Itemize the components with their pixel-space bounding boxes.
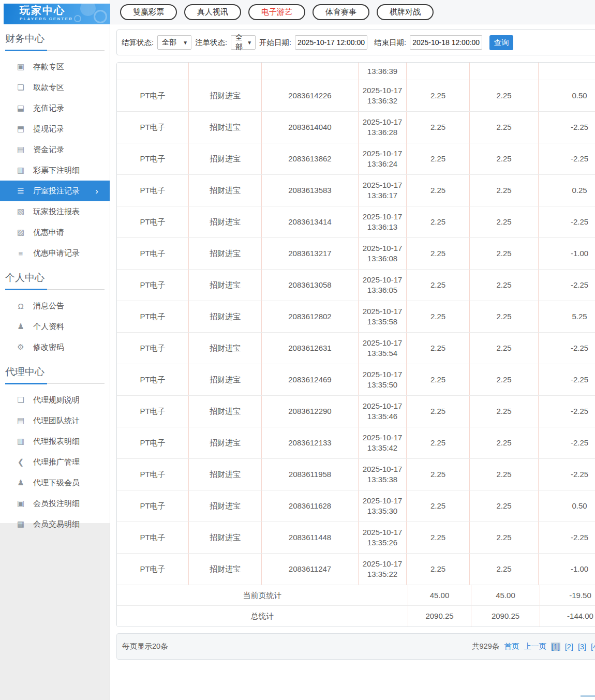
cell-bet: 2.25 <box>407 143 470 174</box>
sidebar-item-list: ❏代理规则说明▤代理团队统计▥代理报表明细❮代理推广管理♟代理下级会员▣会员投注… <box>0 390 110 534</box>
cell-hall: PT电子 <box>117 554 189 585</box>
sidebar-sections: 财务中心▣存款专区❏取款专区⬓充值记录⬒提现记录▤资金记录▥彩票下注明细☰厅室投… <box>0 32 110 534</box>
chevron-down-icon: ▼ <box>180 40 188 46</box>
sidebar-item-优惠申请[interactable]: ▨优惠申请 <box>0 222 110 243</box>
cell-order: 2083613583 <box>262 175 359 206</box>
settle-status-value: 全部 <box>162 38 176 47</box>
cell-win_loss: -1.00 <box>539 238 595 269</box>
cell-time: 2025-10-17 13:35:22 <box>359 554 407 585</box>
nav-tab-雙赢彩票[interactable]: 雙赢彩票 <box>120 4 177 20</box>
cell-time: 2025-10-17 13:35:42 <box>359 427 407 458</box>
cell-win_loss: 0.50 <box>539 490 595 522</box>
cell-hall: PT电子 <box>117 301 189 332</box>
settle-status-select[interactable]: 全部 ▼ <box>157 35 191 50</box>
cell-game: 招财进宝 <box>189 522 262 553</box>
end-date-input[interactable] <box>410 35 482 50</box>
cell-win_loss: -2.25 <box>539 143 595 174</box>
cell-order: 2083612802 <box>262 301 359 332</box>
cell-game: 招财进宝 <box>189 459 262 490</box>
cell-bet: 2.25 <box>407 175 470 206</box>
nav-tab-真人视讯[interactable]: 真人视讯 <box>184 4 241 20</box>
sidebar-item-label: 存款专区 <box>33 62 64 72</box>
cell-game: 招财进宝 <box>189 175 262 206</box>
sidebar-item-修改密码[interactable]: ⚙修改密码 <box>0 337 110 358</box>
nav-tab-体育赛事[interactable]: 体育赛事 <box>313 4 369 20</box>
cell-hall: PT电子 <box>117 333 189 364</box>
sidebar-item-玩家投注报表[interactable]: ▧玩家投注报表 <box>0 201 110 222</box>
sidebar-item-代理推广管理[interactable]: ❮代理推广管理 <box>0 452 110 472</box>
sidebar-item-代理团队统计[interactable]: ▤代理团队统计 <box>0 410 110 431</box>
prev-page-link[interactable]: 上一页 <box>524 642 546 651</box>
summary-valid: 2090.25 <box>471 606 540 627</box>
cell-win_loss: 0.50 <box>539 80 595 111</box>
cell-win_loss: -2.25 <box>539 206 595 237</box>
page-number-link[interactable]: [4] <box>591 643 595 651</box>
sidebar-item-会员投注明细[interactable]: ▣会员投注明细 <box>0 493 110 514</box>
cell-hall: PT电子 <box>117 143 189 174</box>
table-row: PT电子招财进宝20836121332025-10-17 13:35:422.2… <box>117 427 595 459</box>
cell-hall: PT电子 <box>117 364 189 395</box>
cell-valid: 2.25 <box>470 206 539 237</box>
withdraw-icon: ❏ <box>16 83 25 92</box>
cell-order: 2083611958 <box>262 459 359 490</box>
sidebar-item-label: 代理下级会员 <box>33 478 80 488</box>
sidebar-item-代理下级会员[interactable]: ♟代理下级会员 <box>0 472 110 493</box>
cell-order: 2083611448 <box>262 522 359 553</box>
sidebar-item-label: 取款专区 <box>33 83 64 93</box>
cell-time: 2025-10-17 13:36:32 <box>359 80 407 111</box>
table-row: PT电子招财进宝20836140402025-10-17 13:36:282.2… <box>117 112 595 143</box>
table-row: PT电子招财进宝20836119582025-10-17 13:35:382.2… <box>117 459 595 490</box>
app-logo: 玩家中心 PLAYERS CENTER <box>4 4 110 24</box>
page-number-link[interactable]: [1] <box>551 643 560 651</box>
gear-icon: ⚙ <box>16 342 25 352</box>
page-number-link[interactable]: [3] <box>578 643 586 651</box>
sidebar-item-取款专区[interactable]: ❏取款专区 <box>0 77 110 98</box>
sidebar-item-会员交易明细[interactable]: ▦会员交易明细 <box>0 514 110 534</box>
cell-win_loss: -2.25 <box>539 396 595 427</box>
order-status-select[interactable]: 全部 ▼ <box>231 35 256 50</box>
cell-bet: 2.25 <box>407 427 470 458</box>
first-page-link[interactable]: 首页 <box>504 642 519 651</box>
cell-order: 2083612290 <box>262 396 359 427</box>
section-title: 个人中心 <box>5 271 105 290</box>
page-number-link[interactable]: [2] <box>565 643 573 651</box>
cell-valid: 2.25 <box>470 554 539 585</box>
sidebar-item-label: 资金记录 <box>33 145 64 155</box>
cell-game: 招财进宝 <box>189 206 262 237</box>
search-button[interactable]: 查询 <box>489 35 513 50</box>
cell-empty <box>470 63 539 80</box>
sidebar-item-代理报表明细[interactable]: ▥代理报表明细 <box>0 431 110 452</box>
cell-empty <box>407 63 470 80</box>
sidebar-item-提现记录[interactable]: ⬒提现记录 <box>0 118 110 139</box>
section-title: 财务中心 <box>5 32 105 51</box>
sidebar-item-个人资料[interactable]: ♟个人资料 <box>0 316 110 337</box>
cell-bet: 2.25 <box>407 522 470 553</box>
cell-win_loss: -2.25 <box>539 522 595 553</box>
sidebar-item-label: 消息公告 <box>33 301 64 311</box>
sidebar-item-优惠申请记录[interactable]: ≡优惠申请记录 <box>0 243 110 263</box>
sidebar-item-存款专区[interactable]: ▣存款专区 <box>0 56 110 77</box>
cell-valid: 2.25 <box>470 522 539 553</box>
cell-bet: 2.25 <box>407 80 470 111</box>
cell-valid: 2.25 <box>470 301 539 332</box>
summary-row: 当前页统计45.0045.00-19.50 <box>117 585 595 606</box>
member-trade-detail-icon: ▦ <box>16 519 25 529</box>
start-date-input[interactable] <box>295 35 367 50</box>
cell-time: 2025-10-17 13:35:50 <box>359 364 407 395</box>
sidebar-item-代理规则说明[interactable]: ❏代理规则说明 <box>0 390 110 410</box>
nav-tab-电子游艺[interactable]: 电子游艺 <box>248 4 305 20</box>
main-area: 雙赢彩票真人视讯电子游艺体育赛事棋牌对战 结算状态: 全部 ▼ 注单状态: 全部… <box>110 0 595 700</box>
sidebar-item-资金记录[interactable]: ▤资金记录 <box>0 139 110 160</box>
cell-bet: 2.25 <box>407 459 470 490</box>
nav-tab-棋牌对战[interactable]: 棋牌对战 <box>377 4 434 20</box>
summary-win-loss: -144.00 <box>540 606 595 627</box>
sidebar-item-厅室投注记录[interactable]: ☰厅室投注记录› <box>0 181 110 201</box>
cell-time: 2025-10-17 13:36:08 <box>359 238 407 269</box>
cashout-record-icon: ⬒ <box>16 124 25 133</box>
cell-valid: 2.25 <box>470 333 539 364</box>
sidebar-item-充值记录[interactable]: ⬓充值记录 <box>0 98 110 118</box>
cell-game: 招财进宝 <box>189 554 262 585</box>
cell-order: 2083614040 <box>262 112 359 143</box>
sidebar-item-彩票下注明细[interactable]: ▥彩票下注明细 <box>0 160 110 181</box>
sidebar-item-消息公告[interactable]: Ω消息公告 <box>0 295 110 316</box>
